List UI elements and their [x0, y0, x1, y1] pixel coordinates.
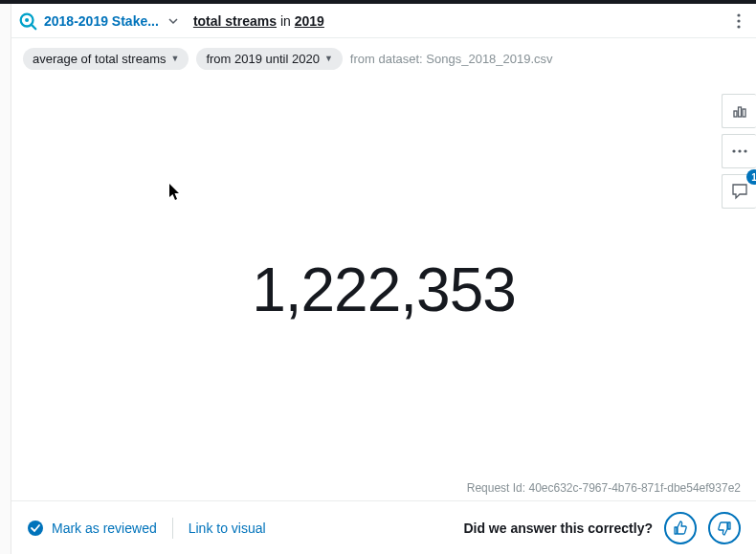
mark-as-reviewed-button[interactable]: Mark as reviewed: [27, 520, 157, 537]
app-logo-icon: [17, 11, 38, 32]
chevron-down-icon: [168, 16, 178, 26]
request-id-prefix: Request Id:: [467, 481, 529, 495]
filter-row: average of total streams ▼ from 2019 unt…: [11, 38, 756, 78]
dataset-source-label: from dataset: Songs_2018_2019.csv: [350, 52, 553, 66]
main-panel: 2018-2019 Stake... total streams in 2019…: [11, 4, 756, 554]
thumbs-up-icon: [673, 521, 688, 536]
svg-point-3: [737, 13, 740, 16]
filter-pill-daterange-label: from 2019 until 2020: [206, 52, 320, 66]
filter-pill-aggregation[interactable]: average of total streams ▼: [23, 48, 189, 70]
more-actions-button[interactable]: [722, 134, 756, 168]
chart-type-button[interactable]: [722, 94, 756, 128]
footer-divider: [172, 518, 173, 539]
comments-button[interactable]: 1: [722, 174, 756, 209]
svg-line-2: [32, 24, 36, 29]
svg-point-12: [28, 521, 43, 536]
svg-point-11: [744, 149, 746, 152]
footer-bar: Mark as reviewed Link to visual Did we a…: [11, 500, 756, 554]
mark-as-reviewed-label: Mark as reviewed: [52, 521, 157, 536]
workspace-dropdown-label[interactable]: 2018-2019 Stake...: [44, 13, 159, 29]
comment-count-badge: 1: [746, 169, 756, 185]
request-id-label: Request Id: 40ec632c-7967-4b76-871f-dbe5…: [467, 481, 741, 495]
thumbs-down-button[interactable]: [708, 512, 741, 544]
ellipsis-icon: [732, 149, 747, 153]
svg-point-1: [25, 18, 29, 22]
svg-rect-8: [743, 109, 745, 117]
svg-point-9: [732, 149, 735, 152]
query-connector: in: [277, 13, 295, 29]
query-metric: total streams: [193, 13, 277, 29]
kebab-icon: [737, 13, 741, 29]
query-year: 2019: [295, 13, 324, 29]
svg-point-10: [738, 149, 741, 152]
more-options-button[interactable]: [733, 10, 745, 33]
thumbs-down-icon: [717, 521, 732, 536]
dataset-prefix: from dataset:: [350, 52, 426, 66]
link-to-visual-button[interactable]: Link to visual: [189, 521, 266, 536]
caret-down-icon: ▼: [324, 54, 333, 63]
left-edge-gutter: [0, 4, 11, 554]
query-text: total streams in 2019: [193, 13, 324, 29]
request-id-value: 40ec632c-7967-4b76-871f-dbe54ef937e2: [528, 481, 741, 495]
bar-chart-icon: [732, 103, 747, 119]
feedback-question-text: Did we answer this correctly?: [463, 521, 653, 536]
svg-rect-7: [738, 107, 741, 117]
cursor-icon: [169, 184, 183, 205]
footer-feedback-area: Did we answer this correctly?: [463, 512, 741, 544]
workspace-dropdown-chevron[interactable]: [165, 16, 182, 26]
filter-pill-daterange[interactable]: from 2019 until 2020 ▼: [196, 48, 342, 70]
check-circle-icon: [27, 520, 44, 537]
result-value: 1,222,353: [252, 255, 516, 325]
filter-pill-aggregation-label: average of total streams: [33, 52, 166, 66]
svg-rect-6: [734, 111, 737, 117]
svg-point-5: [737, 25, 740, 28]
thumbs-up-button[interactable]: [664, 512, 697, 544]
header-bar: 2018-2019 Stake... total streams in 2019: [11, 4, 756, 38]
svg-point-4: [737, 19, 740, 22]
dataset-name: Songs_2018_2019.csv: [426, 52, 552, 66]
caret-down-icon: ▼: [170, 54, 179, 63]
right-tools-panel: 1: [722, 94, 756, 209]
comment-icon: [731, 183, 748, 200]
content-body: 1,222,353: [11, 78, 756, 500]
